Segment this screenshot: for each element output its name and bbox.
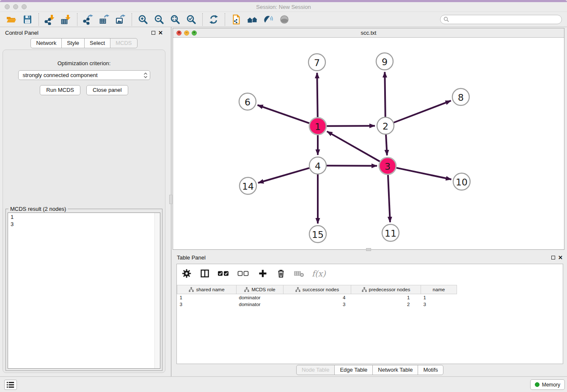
- cell-predecessor-nodes[interactable]: 1: [351, 294, 421, 301]
- search-box[interactable]: [440, 15, 562, 24]
- node-table-view: f(x) shared name MCDS role successor nod…: [176, 264, 563, 364]
- import-table-button[interactable]: [58, 13, 74, 26]
- vizmap-button[interactable]: [260, 13, 276, 26]
- cell-shared-name[interactable]: 1: [177, 294, 237, 301]
- memory-button[interactable]: Memory: [530, 379, 565, 390]
- cell-successor-nodes[interactable]: 3: [284, 301, 351, 308]
- export-network-icon: [83, 14, 94, 25]
- graph-edge-4-14[interactable]: [258, 168, 309, 183]
- search-input[interactable]: [451, 17, 559, 22]
- cell-successor-nodes[interactable]: 4: [284, 294, 351, 301]
- tab-edge-table[interactable]: Edge Table: [334, 365, 373, 375]
- export-image-button[interactable]: [113, 13, 129, 26]
- mcds-result-text[interactable]: 1 3: [8, 213, 160, 369]
- graph-edge-1-6[interactable]: [258, 105, 310, 123]
- graph-edge-2-8[interactable]: [394, 101, 451, 123]
- float-table-panel-icon[interactable]: [551, 256, 555, 259]
- cell-mcds-role[interactable]: dominator: [237, 294, 284, 301]
- open-session-button[interactable]: [3, 13, 19, 26]
- zoom-in-button[interactable]: [135, 13, 151, 26]
- tab-select[interactable]: Select: [84, 38, 110, 48]
- show-hide-button[interactable]: [276, 13, 292, 26]
- memory-label: Memory: [542, 382, 560, 388]
- graph-node-label-2: 2: [383, 121, 388, 132]
- refresh-layout-button[interactable]: [206, 13, 222, 26]
- mcds-panel: Optimization criterion: strongly connect…: [3, 50, 165, 373]
- zoom-out-button[interactable]: [151, 13, 167, 26]
- tab-motifs[interactable]: Motifs: [418, 365, 443, 375]
- cell-mcds-role[interactable]: dominator: [237, 301, 284, 308]
- graph-edge-3-1[interactable]: [327, 131, 380, 161]
- graph-edge-2-9[interactable]: [385, 72, 385, 117]
- table-row[interactable]: 3 dominator 3 2 3: [177, 301, 457, 308]
- network-canvas[interactable]: 1234678910111415: [173, 38, 564, 249]
- copy-network-button[interactable]: [228, 13, 244, 26]
- column-header-successor-nodes[interactable]: successor nodes: [284, 285, 351, 294]
- tab-node-table[interactable]: Node Table: [296, 365, 335, 375]
- graph-edge-1-2[interactable]: [327, 126, 375, 126]
- graph-edge-3-11[interactable]: [388, 175, 390, 222]
- cell-predecessor-nodes[interactable]: 2: [351, 301, 421, 308]
- close-panel-icon[interactable]: ✕: [158, 30, 163, 36]
- network-home-button[interactable]: [244, 13, 260, 26]
- show-column-panel-button[interactable]: [199, 268, 210, 279]
- import-network-button[interactable]: [42, 13, 58, 26]
- panel-splitter[interactable]: [171, 27, 171, 376]
- table-options-gear-button[interactable]: [181, 268, 192, 279]
- column-type-icon: [189, 287, 194, 292]
- graph-edge-2-3[interactable]: [386, 135, 387, 155]
- graph-edge-4-3[interactable]: [327, 166, 377, 166]
- create-column-button[interactable]: [257, 268, 268, 279]
- toolbar-separator: [39, 13, 39, 26]
- tab-style[interactable]: Style: [61, 38, 85, 48]
- select-all-columns-button[interactable]: [217, 269, 230, 278]
- cell-name[interactable]: 3: [421, 301, 457, 308]
- table-row[interactable]: 1 dominator 4 1 1: [177, 294, 457, 301]
- cell-name[interactable]: 1: [421, 294, 457, 301]
- import-network-icon: [44, 14, 55, 25]
- zoom-selected-button[interactable]: [183, 13, 199, 26]
- task-list-icon: [6, 381, 15, 389]
- deselect-all-columns-button[interactable]: [237, 269, 250, 278]
- graph-node-label-14: 14: [242, 181, 254, 192]
- network-minimize-button[interactable]: −: [184, 30, 189, 36]
- graph-edge-1-7[interactable]: [317, 73, 317, 117]
- save-floppy-icon: [22, 14, 33, 25]
- close-window-button[interactable]: [5, 4, 10, 9]
- result-scrollbar[interactable]: [154, 213, 160, 368]
- minimize-window-button[interactable]: [13, 4, 18, 9]
- criterion-select[interactable]: strongly connected component: [18, 70, 150, 80]
- graph-edge-3-10[interactable]: [396, 168, 451, 179]
- graph-node-label-8: 8: [458, 92, 464, 103]
- save-session-button[interactable]: [19, 13, 36, 26]
- column-header-mcds-role[interactable]: MCDS role: [237, 285, 284, 294]
- export-table-icon: [99, 14, 110, 25]
- run-mcds-button[interactable]: Run MCDS: [40, 85, 80, 95]
- export-network-button[interactable]: [80, 13, 96, 26]
- column-type-icon: [295, 287, 300, 292]
- cell-shared-name[interactable]: 3: [177, 301, 237, 308]
- graph-node-label-6: 6: [245, 97, 250, 108]
- column-header-predecessor-nodes[interactable]: predecessor nodes: [351, 285, 421, 294]
- toolbar-separator: [132, 13, 132, 26]
- close-panel-button[interactable]: Close panel: [86, 85, 128, 95]
- column-header-name[interactable]: name: [421, 285, 457, 294]
- column-header-shared-name[interactable]: shared name: [177, 285, 237, 294]
- task-history-button[interactable]: [4, 380, 17, 390]
- window-resize-handle[interactable]: [366, 248, 371, 251]
- close-table-panel-icon[interactable]: ✕: [558, 255, 563, 260]
- float-panel-icon[interactable]: [151, 31, 155, 35]
- tab-network[interactable]: Network: [30, 38, 62, 48]
- zoom-window-button[interactable]: [22, 4, 27, 9]
- delete-column-button[interactable]: [275, 268, 286, 279]
- tab-network-table[interactable]: Network Table: [372, 365, 418, 375]
- export-table-button[interactable]: [96, 13, 113, 26]
- network-maximize-button[interactable]: +: [192, 30, 197, 36]
- network-window-titlebar[interactable]: ✕ − + scc.txt: [173, 28, 564, 38]
- open-folder-icon: [6, 14, 17, 25]
- tab-mcds[interactable]: MCDS: [110, 38, 137, 48]
- function-builder-button-disabled: f(x): [312, 269, 326, 278]
- splitter-grip[interactable]: [169, 195, 172, 204]
- network-close-button[interactable]: ✕: [176, 30, 182, 36]
- zoom-fit-button[interactable]: [167, 13, 183, 26]
